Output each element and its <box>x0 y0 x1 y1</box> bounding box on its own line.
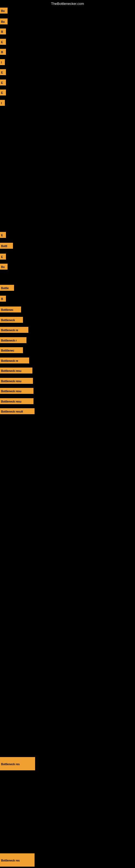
badge-b22: Bottleneck re <box>0 358 29 364</box>
badge-b3: B <box>0 29 6 34</box>
badge-b20: Bottleneck r <box>0 337 27 343</box>
badge-b21: Botttlenec <box>0 347 23 353</box>
badge-b14: Bo <box>0 264 8 270</box>
badge-b5: B <box>0 49 6 55</box>
badge-b8: E <box>0 80 6 86</box>
badge-b15: Bottle <box>0 285 14 291</box>
badge-b12: Bottl <box>0 243 13 249</box>
badge-b7: E <box>0 69 6 75</box>
badge-b1: Bo <box>0 8 8 13</box>
badge-b17: Bottlenec <box>0 307 21 312</box>
badge-b13: E <box>0 254 6 259</box>
badge-b2: Bo <box>0 19 8 24</box>
badge-b24: Bottleneck resu <box>0 378 33 384</box>
badge-b23: Bottleneck resu <box>0 368 32 373</box>
badge-b28: Bottleneck res <box>0 757 35 770</box>
badge-b16: B <box>0 296 6 302</box>
badge-b19: Bottleneck re <box>0 327 28 333</box>
badge-b11: E <box>0 232 6 238</box>
badge-b27: Bottleneck result <box>0 408 35 414</box>
badge-b9: E <box>0 90 6 95</box>
site-title: TheBottlenecker.com <box>51 2 84 6</box>
badge-b25: Bottleneck resu <box>0 388 34 394</box>
badge-b18: Bottleneck <box>0 317 23 323</box>
badge-b26: Bottleneck resu <box>0 398 34 404</box>
badge-b4: E <box>0 39 6 45</box>
badge-b6: I <box>0 59 5 65</box>
badge-b10: I <box>0 100 5 106</box>
badge-b29: Bottleneck res <box>0 854 35 867</box>
